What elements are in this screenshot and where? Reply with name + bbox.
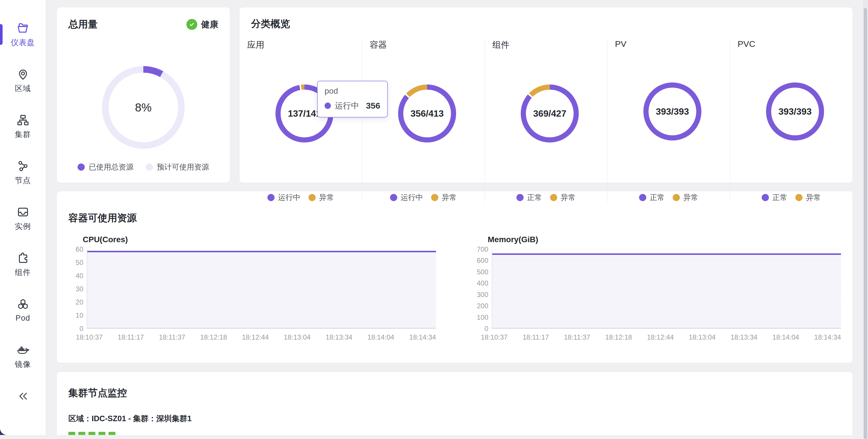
legend-running[interactable]: 运行中 — [390, 193, 423, 203]
legend-normal[interactable]: 正常 — [517, 193, 542, 203]
tooltip-series-label: 运行中 — [335, 100, 359, 111]
check-circle-icon — [186, 19, 197, 30]
legend-abnormal[interactable]: 异常 — [550, 193, 576, 203]
total-usage-title: 总用量 — [68, 18, 98, 31]
image-whale-icon — [17, 343, 30, 356]
memory-chart-title: Memory(GiB) — [488, 235, 841, 244]
sidebar-item-cluster[interactable]: 集群 — [0, 104, 46, 149]
y-tick: 100 — [477, 314, 488, 321]
sidebar-item-dashboard[interactable]: 仪表盘 — [0, 11, 46, 57]
sidebar-item-label: 镜像 — [15, 359, 31, 370]
category-overview-title: 分类概览 — [251, 17, 852, 30]
overview-column-app: 应用 137/141 运行中 异常 — [240, 39, 362, 203]
gridline — [492, 272, 841, 272]
dashboard-folder-icon — [17, 22, 30, 35]
scrollbar-thumb[interactable] — [864, 8, 867, 439]
column-header: 组件 — [492, 39, 607, 51]
x-tick: 18:12:44 — [647, 333, 674, 341]
sidebar-item-node[interactable]: 节点 — [0, 149, 46, 195]
x-tick: 18:14:04 — [367, 333, 394, 341]
sidebar-item-label: 节点 — [15, 175, 31, 185]
area-fill — [87, 252, 436, 328]
pod-hexagons-icon — [17, 298, 30, 311]
memory-plot-area[interactable] — [492, 250, 841, 329]
column-header: PVC — [738, 39, 852, 49]
legend-available[interactable]: 预计可使用资源 — [146, 162, 209, 172]
memory-x-axis: 18:10:37 18:11:17 18:11:37 18:12:18 18:1… — [481, 333, 841, 341]
component-donut[interactable]: 369/427 — [521, 85, 579, 143]
legend-label: 异常 — [561, 193, 576, 203]
cpu-chart-title: CPU(Cores) — [83, 235, 436, 244]
pv-donut[interactable]: 393/393 — [643, 83, 702, 141]
legend-abnormal[interactable]: 异常 — [308, 193, 334, 203]
health-status-badge: 健康 — [186, 19, 218, 30]
memory-y-axis: 700 600 500 400 300 200 100 0 — [473, 250, 492, 329]
overview-column-pv: PV 393/393 正常 异常 — [607, 39, 730, 203]
cpu-y-axis: 60 50 40 30 20 10 0 — [68, 250, 87, 329]
sidebar: 仪表盘 区域 集群 — [0, 0, 46, 435]
x-tick: 18:13:04 — [284, 333, 310, 341]
x-tick: 18:12:18 — [605, 333, 632, 341]
column-header: 容器 — [370, 39, 485, 51]
container-resources-title: 容器可使用资源 — [68, 211, 841, 225]
donut-center-value: 369/427 — [533, 108, 566, 119]
series-line — [87, 251, 436, 252]
sidebar-item-label: 区域 — [15, 83, 31, 94]
sidebar-item-region[interactable]: 区域 — [0, 57, 46, 104]
y-tick: 20 — [75, 298, 83, 306]
sidebar-item-label: 仪表盘 — [11, 37, 35, 48]
legend-dot-running — [268, 194, 275, 201]
sidebar-item-image[interactable]: 镜像 — [0, 333, 46, 379]
bottom-strip — [0, 435, 868, 439]
health-status-text: 健康 — [201, 19, 218, 30]
legend-label: 异常 — [319, 193, 334, 203]
memory-chart: Memory(GiB) 700 600 500 400 300 200 100 … — [473, 235, 841, 341]
page-scrollbar[interactable] — [863, 0, 868, 439]
sidebar-item-pod[interactable]: Pod — [0, 287, 46, 333]
overview-column-component: 组件 369/427 正常 异常 — [485, 39, 607, 203]
region-pin-icon — [17, 67, 30, 81]
sidebar-item-instance[interactable]: 实例 — [0, 195, 46, 241]
overview-column-container: 容器 356/413 运行中 异常 — [362, 39, 485, 203]
donut-center-value: 356/413 — [410, 108, 444, 119]
legend-dot-normal — [517, 194, 524, 201]
y-tick: 10 — [75, 312, 83, 320]
legend-abnormal[interactable]: 异常 — [673, 193, 698, 203]
legend-running[interactable]: 运行中 — [268, 193, 301, 203]
legend-dot-normal — [639, 194, 646, 201]
sidebar-item-label: 实例 — [15, 221, 31, 232]
region-cluster-label: 区域：IDC-SZ01 - 集群：深圳集群1 — [68, 413, 841, 424]
main-content: 总用量 健康 8% 已使用总资源 — [46, 0, 863, 439]
container-donut[interactable]: 356/413 — [398, 85, 456, 143]
legend-dot-abnormal — [550, 194, 557, 201]
gridline — [87, 289, 436, 289]
legend-abnormal[interactable]: 异常 — [795, 193, 821, 203]
component-puzzle-icon — [17, 252, 30, 265]
legend-normal[interactable]: 正常 — [639, 193, 664, 203]
x-tick: 18:12:18 — [200, 333, 227, 341]
sidebar-collapse-button[interactable] — [0, 383, 46, 409]
instance-inbox-icon — [17, 205, 30, 218]
x-tick: 18:13:34 — [326, 333, 352, 341]
legend-used[interactable]: 已使用总资源 — [78, 162, 133, 172]
y-tick: 0 — [485, 325, 488, 333]
total-usage-donut[interactable]: 8% — [102, 66, 185, 149]
pvc-donut[interactable]: 393/393 — [766, 83, 824, 141]
x-tick: 18:12:44 — [242, 333, 269, 341]
gridline — [492, 261, 841, 261]
legend-normal[interactable]: 正常 — [762, 193, 787, 203]
legend-label: 异常 — [442, 193, 457, 203]
tooltip-series-dot — [324, 103, 331, 109]
chart-tooltip: pod 运行中 356 — [317, 81, 388, 118]
legend-abnormal[interactable]: 异常 — [431, 193, 457, 203]
active-indicator — [0, 24, 3, 45]
sidebar-item-component[interactable]: 组件 — [0, 241, 46, 287]
y-tick: 50 — [75, 259, 83, 267]
cpu-plot-area[interactable] — [87, 250, 436, 329]
legend-dot-abnormal — [673, 194, 680, 201]
total-usage-card: 总用量 健康 8% 已使用总资源 — [57, 7, 230, 183]
legend-label: 正常 — [772, 193, 787, 203]
series-line — [492, 254, 841, 255]
sidebar-item-label: Pod — [16, 314, 30, 323]
node-link-icon — [17, 159, 30, 173]
